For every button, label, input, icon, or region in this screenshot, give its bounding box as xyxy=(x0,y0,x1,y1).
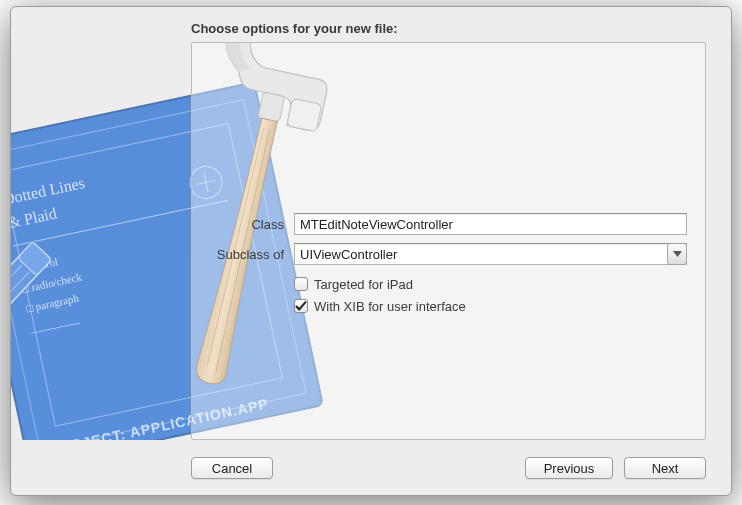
svg-rect-10 xyxy=(11,242,52,391)
targeted-ipad-checkbox[interactable] xyxy=(294,277,308,291)
subclass-input[interactable] xyxy=(294,243,687,265)
svg-text:□ control: □ control xyxy=(17,255,59,275)
class-label: Class xyxy=(192,217,294,232)
svg-line-14 xyxy=(11,265,22,378)
previous-button[interactable]: Previous xyxy=(525,457,613,479)
svg-marker-24 xyxy=(673,251,682,257)
with-xib-row[interactable]: With XIB for user interface xyxy=(294,297,687,315)
svg-text:&  Plaid: & Plaid xyxy=(11,204,58,231)
options-form-pane: Class Subclass of Targeted for iPad xyxy=(191,42,706,440)
svg-rect-11 xyxy=(18,242,52,276)
cancel-button[interactable]: Cancel xyxy=(191,457,273,479)
class-input[interactable] xyxy=(294,213,687,235)
svg-text:□ radio/check: □ radio/check xyxy=(21,270,83,294)
new-file-options-sheet: Dotted Lines & Plaid □ control □ radio/c… xyxy=(10,6,732,496)
subclass-label: Subclass of xyxy=(192,247,294,262)
sheet-footer: Cancel Previous Next xyxy=(11,443,731,495)
subclass-combobox[interactable] xyxy=(294,243,687,265)
class-row: Class xyxy=(192,213,687,235)
sheet-title: Choose options for your new file: xyxy=(191,21,691,36)
next-button[interactable]: Next xyxy=(624,457,706,479)
with-xib-checkbox[interactable] xyxy=(294,299,308,313)
checkmark-icon xyxy=(295,301,307,312)
targeted-ipad-label: Targeted for iPad xyxy=(314,277,413,292)
targeted-ipad-row[interactable]: Targeted for iPad xyxy=(294,275,687,293)
svg-line-15 xyxy=(11,272,29,385)
svg-text:Dotted Lines: Dotted Lines xyxy=(11,174,86,208)
subclass-row: Subclass of xyxy=(192,243,687,265)
svg-text:_________: _________ xyxy=(28,312,80,334)
chevron-down-icon xyxy=(673,251,682,257)
with-xib-label: With XIB for user interface xyxy=(314,299,466,314)
subclass-dropdown-button[interactable] xyxy=(667,243,687,265)
svg-text:□ paragraph: □ paragraph xyxy=(25,291,80,314)
